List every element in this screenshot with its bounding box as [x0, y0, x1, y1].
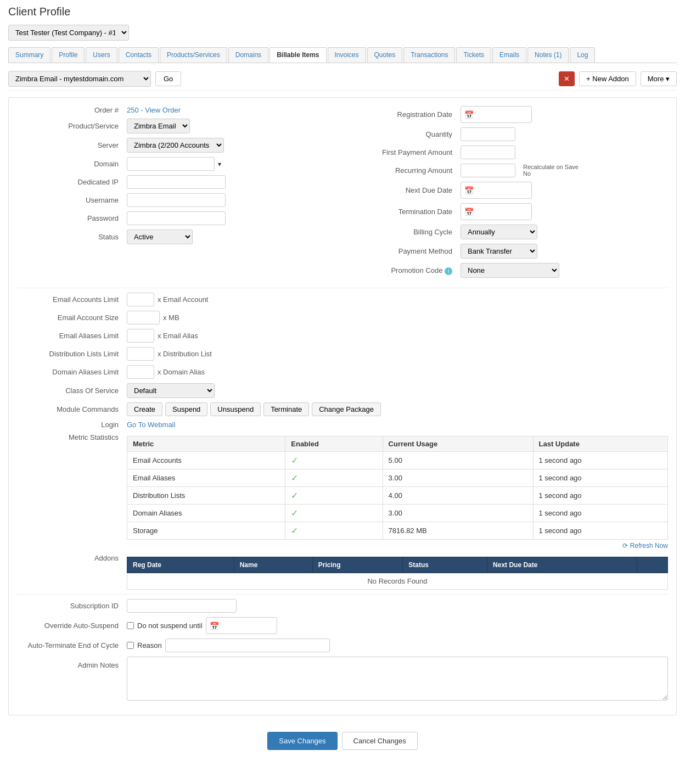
- dedicated-ip-input[interactable]: [127, 175, 226, 189]
- left-column: Order # 250 - View Order Product/Service…: [17, 106, 334, 282]
- registration-date-cal-icon[interactable]: 📅: [464, 110, 474, 119]
- metric-header-last-update: Last Update: [533, 436, 667, 452]
- tab-tickets[interactable]: Tickets: [456, 47, 491, 63]
- suspend-button[interactable]: Suspend: [165, 402, 207, 416]
- save-changes-button[interactable]: Save Changes: [267, 732, 337, 750]
- registration-date-row: Registration Date 📅 06/07/2023: [351, 106, 668, 123]
- tab-products-services[interactable]: Products/Services: [160, 47, 227, 63]
- billing-cycle-label: Billing Cycle: [351, 228, 461, 236]
- tab-billable-items[interactable]: Billable Items: [269, 47, 326, 63]
- login-row: Login Go To Webmail: [17, 421, 668, 429]
- service-select[interactable]: Zimbra Email - mytestdomain.com: [8, 71, 151, 87]
- tab-profile[interactable]: Profile: [52, 47, 85, 63]
- tab-domains[interactable]: Domains: [228, 47, 268, 63]
- override-auto-suspend-checkbox[interactable]: [127, 622, 134, 629]
- class-of-service-select[interactable]: Default: [127, 383, 215, 398]
- unsuspend-button[interactable]: Unsuspend: [210, 402, 261, 416]
- change-package-button[interactable]: Change Package: [312, 402, 381, 416]
- tab-log[interactable]: Log: [570, 47, 595, 63]
- email-aliases-limit-input[interactable]: 6: [127, 329, 154, 343]
- metric-row-distribution-lists: Distribution Lists ✓ 4.00 1 second ago: [127, 487, 668, 505]
- addons-content: Reg Date Name Pricing Status Next Due Da…: [127, 554, 668, 590]
- registration-date-input[interactable]: 06/07/2023: [476, 108, 525, 121]
- termination-date-cal-icon[interactable]: 📅: [464, 208, 474, 216]
- tab-users[interactable]: Users: [86, 47, 117, 63]
- billing-cycle-select[interactable]: Annually Monthly Quarterly Semi-Annually: [461, 225, 537, 239]
- password-label: Password: [17, 214, 127, 222]
- metric-row-email-accounts: Email Accounts ✓ 5.00 1 second ago: [127, 452, 668, 469]
- quantity-input[interactable]: 1: [461, 127, 515, 141]
- email-aliases-limit-row: Email Aliases Limit 6 x Email Alias: [17, 329, 668, 343]
- username-label: Username: [17, 196, 127, 204]
- promotion-code-row: Promotion Code i None: [351, 263, 668, 278]
- metric-name-storage: Storage: [127, 522, 285, 540]
- metric-enabled-storage: ✓: [285, 522, 383, 540]
- suspend-date-input[interactable]: [221, 619, 271, 632]
- server-select[interactable]: Zimbra (2/200 Accounts: [127, 138, 224, 153]
- quantity-label: Quantity: [351, 130, 461, 138]
- tab-quotes[interactable]: Quotes: [367, 47, 403, 63]
- cancel-changes-button[interactable]: Cancel Changes: [342, 732, 418, 750]
- tab-invoices[interactable]: Invoices: [328, 47, 366, 63]
- tab-contacts[interactable]: Contacts: [119, 47, 159, 63]
- recurring-amount-input[interactable]: 49.95: [461, 164, 515, 177]
- metric-header-enabled: Enabled: [285, 436, 383, 452]
- recalculate-value: No: [523, 170, 579, 177]
- username-row: Username mytestd8: [17, 193, 334, 207]
- metric-usage-email-aliases: 3.00: [383, 469, 533, 487]
- recurring-amount-label: Recurring Amount: [351, 166, 461, 175]
- subscription-id-input[interactable]: [127, 599, 237, 613]
- new-addon-button[interactable]: + New Addon: [579, 71, 636, 86]
- auto-terminate-label: Auto-Terminate End of Cycle: [17, 641, 127, 649]
- delete-button[interactable]: ✕: [559, 71, 575, 86]
- domain-aliases-limit-input[interactable]: 6: [127, 365, 154, 379]
- create-button[interactable]: Create: [127, 402, 162, 416]
- termination-date-input[interactable]: [476, 205, 525, 218]
- auto-terminate-reason-input[interactable]: [165, 639, 330, 652]
- metric-enabled-email-aliases: ✓: [285, 469, 383, 487]
- username-input[interactable]: mytestd8: [127, 193, 226, 207]
- distribution-lists-limit-input[interactable]: 5: [127, 347, 154, 361]
- status-select[interactable]: Active Suspended Terminated Cancelled: [127, 229, 193, 244]
- override-auto-suspend-label: Override Auto-Suspend: [17, 621, 127, 630]
- product-service-select[interactable]: Zimbra Email: [127, 119, 190, 133]
- tab-summary[interactable]: Summary: [8, 47, 50, 63]
- next-due-date-cal-icon[interactable]: 📅: [464, 186, 474, 195]
- metric-name-domain-aliases: Domain Aliases: [127, 505, 285, 522]
- auto-terminate-reason-label: Reason: [137, 641, 162, 649]
- registration-date-label: Registration Date: [351, 110, 461, 119]
- next-due-date-input[interactable]: 06/07/2024: [476, 184, 525, 197]
- domain-row: Domain mytestdomain.com ▾: [17, 157, 334, 171]
- auto-terminate-checkbox[interactable]: [127, 642, 134, 649]
- client-select[interactable]: Test Tester (Test Company) - #1: [8, 25, 129, 41]
- refresh-button[interactable]: ⟳ Refresh Now: [622, 542, 668, 550]
- email-account-size-input[interactable]: 4096: [127, 311, 160, 324]
- promotion-code-select[interactable]: None: [461, 263, 559, 278]
- suspend-date-cal-icon[interactable]: 📅: [210, 621, 219, 630]
- tab-emails[interactable]: Emails: [492, 47, 526, 63]
- payment-method-select[interactable]: Bank Transfer Credit Card: [461, 244, 537, 259]
- password-input[interactable]: u46j7P4Foa: [127, 211, 226, 225]
- password-row: Password u46j7P4Foa: [17, 211, 334, 225]
- metric-usage-storage: 7816.82 MB: [383, 522, 533, 540]
- admin-notes-textarea[interactable]: [127, 657, 668, 701]
- product-service-label: Product/Service: [17, 122, 127, 130]
- quantity-row: Quantity 1: [351, 127, 668, 141]
- order-link[interactable]: 250 - View Order: [127, 106, 181, 114]
- go-to-webmail-link[interactable]: Go To Webmail: [127, 421, 175, 429]
- email-accounts-limit-label: Email Accounts Limit: [17, 295, 127, 304]
- first-payment-input[interactable]: 49.95: [461, 145, 515, 159]
- domain-dropdown-icon[interactable]: ▾: [218, 160, 221, 168]
- auto-terminate-row: Auto-Terminate End of Cycle Reason: [17, 639, 668, 652]
- email-accounts-limit-input[interactable]: 10: [127, 293, 154, 306]
- domain-input[interactable]: mytestdomain.com: [127, 157, 215, 171]
- termination-date-row: Termination Date 📅: [351, 203, 668, 220]
- go-button[interactable]: Go: [155, 71, 181, 86]
- terminate-button[interactable]: Terminate: [263, 402, 309, 416]
- promotion-code-info-icon[interactable]: i: [445, 267, 452, 275]
- tab-transactions[interactable]: Transactions: [403, 47, 455, 63]
- more-button[interactable]: More ▾: [641, 71, 677, 86]
- metric-usage-distribution-lists: 4.00: [383, 487, 533, 505]
- tab-notes[interactable]: Notes (1): [527, 47, 569, 63]
- class-of-service-row: Class Of Service Default: [17, 383, 668, 398]
